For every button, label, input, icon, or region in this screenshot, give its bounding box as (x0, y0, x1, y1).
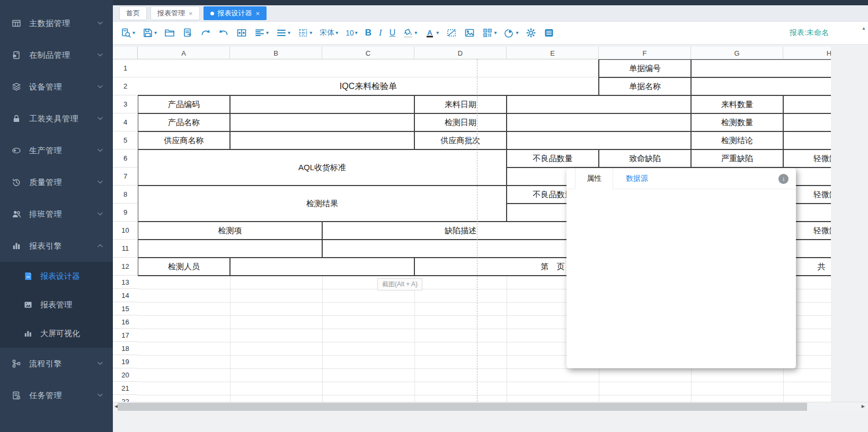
row-header-20[interactable]: 20 (113, 368, 138, 382)
border-icon[interactable]: ▾ (296, 27, 314, 39)
tab-0[interactable]: 首页 (119, 6, 147, 20)
line-style-icon[interactable]: ▾ (274, 27, 292, 39)
sidebar-item-4[interactable]: 生产管理 (0, 135, 113, 166)
tab-1[interactable]: 报表管理× (150, 6, 200, 20)
horizontal-scrollbar[interactable]: ◀ ▶ (113, 402, 868, 411)
undo-icon[interactable] (217, 27, 231, 39)
column-header-A[interactable]: A (138, 47, 230, 59)
column-header-H[interactable]: H (783, 47, 831, 59)
row-header-17[interactable]: 17 (113, 329, 138, 342)
font-color-icon[interactable]: A▾ (423, 27, 440, 39)
sheet-cell[interactable]: 致命缺陷 (598, 149, 692, 168)
sidebar-subitem-0[interactable]: 报表设计器 (0, 262, 113, 290)
sidebar-subitem-1[interactable]: 报表管理 (0, 290, 113, 319)
row-header-1[interactable]: 1 (113, 59, 138, 77)
sidebar-item-1[interactable]: 在制品管理 (0, 39, 113, 71)
sidebar-item-6[interactable]: 排班管理 (0, 198, 113, 230)
sheet-cell[interactable] (506, 113, 692, 132)
font-size-select[interactable]: 10▾ (344, 28, 359, 38)
sheet-cell[interactable] (783, 131, 831, 150)
column-header-C[interactable]: C (322, 47, 414, 59)
sheet-cell[interactable]: AQL收货标准 (137, 149, 507, 186)
sheet-cell[interactable]: 来料日期 (414, 95, 507, 114)
sheet-cell[interactable] (690, 77, 831, 96)
bold-button[interactable]: B (364, 27, 373, 39)
row-header-22[interactable]: 22 (113, 395, 138, 402)
sheet-cell[interactable] (506, 95, 692, 114)
row-header-21[interactable]: 21 (113, 382, 138, 395)
save-icon[interactable]: ▾ (141, 27, 158, 39)
row-header-2[interactable]: 2 (113, 77, 138, 95)
fill-color-icon[interactable]: ▾ (401, 27, 419, 39)
font-family-select[interactable]: 宋体▾ (318, 27, 340, 39)
panel-tab-datasource[interactable]: 数据源 (626, 168, 648, 189)
select-all-corner[interactable] (113, 47, 138, 59)
sheet-cell[interactable] (229, 257, 415, 276)
scroll-right-icon[interactable]: ▶ (862, 404, 865, 409)
redo-icon[interactable] (199, 27, 212, 39)
sidebar-item-3[interactable]: 工装夹具管理 (0, 103, 113, 135)
sheet-cell[interactable]: 产品名称 (137, 113, 231, 132)
sheet-cell[interactable] (690, 59, 831, 78)
collapse-circle-down-icon[interactable]: ↓ (778, 174, 789, 184)
sidebar-item-7[interactable]: 报表引擎 (0, 230, 113, 262)
sheet-cell[interactable]: 单据名称 (598, 77, 692, 96)
export-doc-icon[interactable] (181, 27, 194, 39)
row-header-8[interactable]: 8 (113, 186, 138, 204)
row-header-5[interactable]: 5 (113, 131, 138, 149)
sheet-cell[interactable] (783, 113, 831, 132)
settings-gear-icon[interactable] (524, 27, 538, 39)
sheet-cell[interactable] (229, 113, 415, 132)
row-header-3[interactable]: 3 (113, 95, 138, 113)
sheet-cell[interactable]: 检测项 (137, 221, 323, 240)
scroll-up-icon[interactable]: ▲ (862, 26, 866, 31)
row-header-10[interactable]: 10 (113, 222, 138, 240)
row-header-12[interactable]: 12 (113, 258, 138, 276)
align-icon[interactable]: ▾ (253, 27, 270, 39)
sheet-cell[interactable] (137, 239, 323, 258)
sheet-cell[interactable]: 供应商批次 (414, 131, 507, 150)
sheet-cell[interactable]: 检测结果 (137, 185, 507, 222)
sheet-cell[interactable]: 检测结论 (690, 131, 784, 150)
sidebar-item-2[interactable]: 设备管理 (0, 71, 113, 103)
sheet-cell[interactable]: 产品编码 (137, 95, 231, 114)
row-header-15[interactable]: 15 (113, 302, 138, 315)
vertical-scrollbar[interactable]: ▲ (860, 23, 868, 399)
preview-icon[interactable]: ▾ (119, 27, 137, 39)
row-header-7[interactable]: 7 (113, 167, 138, 186)
sheet-cell[interactable]: 检测日期 (414, 113, 507, 132)
sheet-cell[interactable]: 检测人员 (137, 257, 231, 276)
sidebar-subitem-2[interactable]: 大屏可视化 (0, 319, 113, 348)
row-header-4[interactable]: 4 (113, 113, 138, 131)
row-header-14[interactable]: 14 (113, 289, 138, 302)
sheet-cell[interactable] (229, 131, 415, 150)
sheet-cell[interactable] (506, 131, 692, 150)
sidebar-item-9[interactable]: 任务管理 (0, 380, 113, 411)
sheet-cell[interactable] (322, 239, 599, 258)
row-header-13[interactable]: 13 (113, 276, 138, 289)
sheet-cell[interactable]: 轻微缺陷 (783, 149, 831, 168)
sidebar-item-5[interactable]: 质量管理 (0, 166, 113, 198)
close-icon[interactable]: × (256, 10, 260, 17)
row-header-6[interactable]: 6 (113, 149, 138, 167)
column-header-G[interactable]: G (691, 47, 783, 59)
merge-cells-icon[interactable] (235, 27, 249, 39)
row-header-11[interactable]: 11 (113, 240, 138, 258)
sheet-cell[interactable] (229, 95, 415, 114)
sheet-cell[interactable]: 供应商名称 (137, 131, 231, 150)
close-icon[interactable]: × (189, 10, 193, 17)
image-icon[interactable] (463, 27, 476, 39)
column-header-E[interactable]: E (507, 47, 599, 59)
sheet-cell[interactable]: 单据编号 (598, 59, 692, 78)
sheet-cell[interactable]: IQC来料检验单 (138, 77, 599, 95)
sidebar-item-0[interactable]: 主数据管理 (0, 7, 113, 39)
data-panel-icon[interactable] (542, 27, 556, 39)
horizontal-scrollbar-thumb[interactable] (118, 403, 807, 411)
sidebar-item-8[interactable]: 流程引擎 (0, 348, 113, 380)
sheet-cell[interactable] (783, 95, 831, 114)
qrcode-icon[interactable]: ▾ (481, 27, 498, 39)
open-folder-icon[interactable] (163, 27, 176, 39)
sheet-cell[interactable]: 来料数量 (690, 95, 784, 114)
row-header-16[interactable]: 16 (113, 315, 138, 329)
sheet-cell[interactable]: 严重缺陷 (690, 149, 784, 168)
